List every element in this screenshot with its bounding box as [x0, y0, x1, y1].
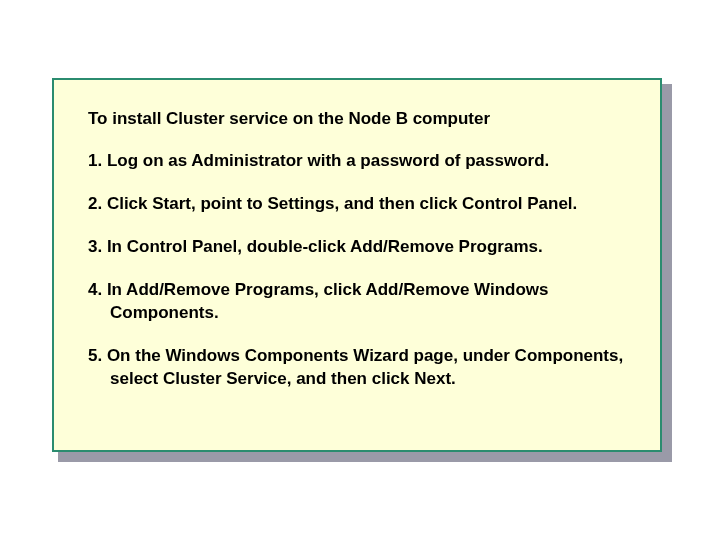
- step-5: 5. On the Windows Components Wizard page…: [88, 345, 634, 391]
- instruction-panel: To install Cluster service on the Node B…: [52, 78, 662, 452]
- step-4: 4. In Add/Remove Programs, click Add/Rem…: [88, 279, 634, 325]
- step-3: 3. In Control Panel, double-click Add/Re…: [88, 236, 634, 259]
- panel-title: To install Cluster service on the Node B…: [88, 108, 634, 130]
- step-1: 1. Log on as Administrator with a passwo…: [88, 150, 634, 173]
- step-2: 2. Click Start, point to Settings, and t…: [88, 193, 634, 216]
